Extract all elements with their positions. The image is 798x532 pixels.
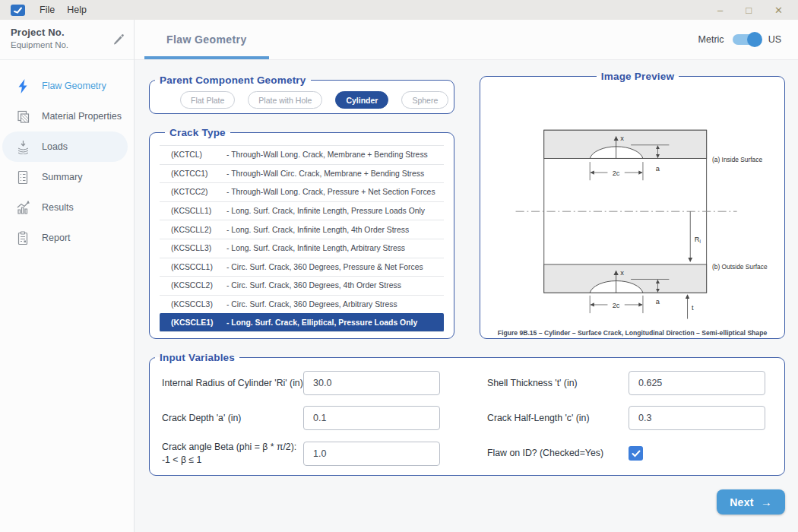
diagram-a-bottom-label: a xyxy=(656,298,660,306)
crack-desc: - Circ. Surf. Crack, 360 Degrees, Arbitr… xyxy=(226,300,397,309)
crack-code: (KCSCCL3) xyxy=(171,300,226,309)
crack-half-length-label: Crack Half-Length 'c' (in) xyxy=(487,412,629,425)
figure-caption: Figure 9B.15 – Cylinder – Surface Crack,… xyxy=(480,329,784,337)
results-chart-icon xyxy=(15,200,30,215)
crack-desc: - Long. Surf. Crack, Elliptical, Pressur… xyxy=(226,318,417,327)
sidebar-item-results[interactable]: Results xyxy=(0,192,134,223)
help-menu[interactable]: Help xyxy=(61,5,93,15)
crack-desc: - Circ. Surf. Crack, 360 Degrees, Pressu… xyxy=(226,263,423,271)
field-crack-angle-beta: Crack angle Beta (phi = β * π/2): -1 < β… xyxy=(162,441,440,466)
crack-desc: - Long. Surf. Crack, Infinite Length, Ar… xyxy=(226,244,405,252)
crack-type-row[interactable]: (KCSCCL1) - Circ. Surf. Crack, 360 Degre… xyxy=(160,258,444,277)
crack-desc: - Through-Wall Circ. Crack, Membrane + B… xyxy=(226,169,424,178)
crack-code: (KCTCL) xyxy=(171,150,226,159)
crack-type-row[interactable]: (KCTCC2) - Through-Wall Long. Crack, Pre… xyxy=(160,182,444,201)
main-header: Flaw Geometry Metric US xyxy=(135,20,798,60)
titlebar: File Help – □ ✕ xyxy=(0,0,798,20)
crack-code: (KCSCCL1) xyxy=(171,263,226,271)
internal-radius-input[interactable] xyxy=(303,371,440,395)
diagram-x-bottom-label: x xyxy=(620,269,624,277)
crack-type-row-selected[interactable]: (KCSCLE1) - Long. Surf. Crack, Elliptica… xyxy=(160,313,444,332)
crack-type-title: Crack Type xyxy=(165,127,230,138)
field-crack-half-length: Crack Half-Length 'c' (in) xyxy=(487,406,765,430)
crack-desc: - Long. Surf. Crack, Infinite Length, Pr… xyxy=(226,207,425,215)
sidebar-item-label: Flaw Geometry xyxy=(42,81,106,91)
crack-type-row[interactable]: (KCTCL) - Through-Wall Long. Crack, Memb… xyxy=(160,145,444,164)
field-shell-thickness: Shell Thickness 't' (in) xyxy=(487,371,765,395)
diagram-x-top-label: x xyxy=(620,135,624,142)
crack-code: (KCSCLE1) xyxy=(171,318,226,327)
crack-type-row[interactable]: (KCSCCL2) - Circ. Surf. Crack, 360 Degre… xyxy=(160,276,444,295)
minimize-button[interactable]: – xyxy=(717,5,723,16)
geometry-option-cylinder[interactable]: Cylinder xyxy=(335,91,388,109)
edit-pencil-icon[interactable] xyxy=(112,33,125,59)
crack-desc: - Through-Wall Long. Crack, Membrane + B… xyxy=(226,150,428,159)
geometry-option-sphere[interactable]: Sphere xyxy=(401,91,448,109)
sidebar-item-label: Loads xyxy=(42,141,68,152)
file-menu[interactable]: File xyxy=(33,5,61,15)
flaw-on-id-checkbox[interactable] xyxy=(629,446,643,461)
sidebar-item-summary[interactable]: Summary xyxy=(0,162,134,192)
diagram-ri-sub-label: i xyxy=(700,239,701,244)
material-layers-icon xyxy=(15,109,30,124)
crack-code: (KCSCLL3) xyxy=(171,244,226,252)
crack-code: (KCTCC2) xyxy=(171,188,226,196)
sidebar-item-label: Material Properties xyxy=(42,111,122,122)
sidebar-item-loads[interactable]: Loads xyxy=(2,131,128,162)
crack-type-row[interactable]: (KCSCLL1) - Long. Surf. Crack, Infinite … xyxy=(160,201,444,220)
crack-type-card: Crack Type (KCTCL) - Through-Wall Long. … xyxy=(149,127,454,339)
sidebar-item-report[interactable]: Report xyxy=(0,223,134,253)
next-button[interactable]: Next → xyxy=(717,489,785,515)
flaw-on-id-label: Flaw on ID? (Checked=Yes) xyxy=(487,447,629,460)
crack-code: (KCSCLL1) xyxy=(171,207,226,215)
unit-us-label: US xyxy=(768,34,781,45)
crack-type-row[interactable]: (KCSCLL2) - Long. Surf. Crack, Infinite … xyxy=(160,220,444,239)
lightning-icon xyxy=(15,78,30,93)
diagram-outside-surface-label: (b) Outside Surface xyxy=(712,263,768,271)
tab-active-underline xyxy=(144,56,269,59)
sidebar-item-label: Summary xyxy=(42,172,82,182)
diagram-a-top-label: a xyxy=(656,165,660,173)
diagram-2c-top-label: 2c xyxy=(613,169,620,177)
crack-type-row[interactable]: (KCTCC1) - Through-Wall Circ. Crack, Mem… xyxy=(160,164,444,183)
shell-thickness-input[interactable] xyxy=(629,371,765,395)
next-button-label: Next xyxy=(730,496,754,508)
image-preview-title: Image Preview xyxy=(597,71,679,82)
crack-angle-beta-input[interactable] xyxy=(303,442,440,466)
parent-geometry-title: Parent Component Geometry xyxy=(155,74,311,86)
field-crack-depth: Crack Depth 'a' (in) xyxy=(162,406,440,430)
sidebar-item-label: Results xyxy=(42,202,74,213)
flaw-diagram: x a 2c (a) Inside Surface xyxy=(491,112,774,325)
toggle-knob xyxy=(747,32,762,47)
tab-flaw-geometry[interactable]: Flaw Geometry xyxy=(166,33,247,46)
input-variables-card: Input Variables Internal Radius of Cylin… xyxy=(149,352,785,476)
crack-depth-label: Crack Depth 'a' (in) xyxy=(162,412,303,425)
internal-radius-label: Internal Radius of Cylinder 'Ri' (in) xyxy=(162,377,303,390)
input-variables-title: Input Variables xyxy=(155,352,239,363)
unit-metric-label: Metric xyxy=(698,34,724,45)
crack-type-row[interactable]: (KCSCCL3) - Circ. Surf. Crack, 360 Degre… xyxy=(160,295,444,314)
sidebar-item-material-properties[interactable]: Material Properties xyxy=(0,101,134,131)
crack-angle-beta-label: Crack angle Beta (phi = β * π/2): -1 < β… xyxy=(162,441,303,466)
project-header: Project No. Equipment No. xyxy=(0,20,134,60)
geometry-option-plate-with-hole[interactable]: Plate with Hole xyxy=(248,91,322,109)
crack-desc: - Long. Surf. Crack, Infinite Length, 4t… xyxy=(226,226,409,234)
crack-desc: - Through-Wall Long. Crack, Pressure + N… xyxy=(226,188,435,196)
parent-geometry-card: Parent Component Geometry Flat Plate Pla… xyxy=(149,74,454,114)
crack-depth-input[interactable] xyxy=(303,406,440,430)
crack-type-row[interactable]: (KCSCLL3) - Long. Surf. Crack, Infinite … xyxy=(160,239,444,258)
report-clipboard-icon xyxy=(15,230,30,245)
crack-code: (KCSCCL2) xyxy=(171,281,226,290)
field-flaw-on-id: Flaw on ID? (Checked=Yes) xyxy=(487,441,765,466)
close-button[interactable]: ✕ xyxy=(774,5,783,16)
unit-toggle[interactable] xyxy=(733,34,760,45)
sidebar-item-flaw-geometry[interactable]: Flaw Geometry xyxy=(0,71,134,101)
maximize-button[interactable]: □ xyxy=(746,5,752,16)
crack-half-length-input[interactable] xyxy=(629,406,765,430)
load-arrow-icon xyxy=(15,139,30,154)
crack-code: (KCTCC1) xyxy=(171,169,226,178)
app-logo-icon xyxy=(11,5,25,16)
geometry-option-flat-plate[interactable]: Flat Plate xyxy=(180,91,235,109)
crack-code: (KCSCLL2) xyxy=(171,226,226,234)
diagram-t-label: t xyxy=(692,304,694,312)
